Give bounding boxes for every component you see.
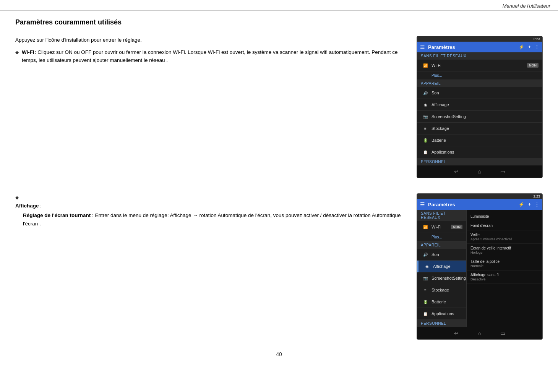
applications-label-1: Applications [431, 150, 539, 154]
screenshot-item-1[interactable]: 📷 ScreenshotSetting [417, 111, 542, 123]
affichage-icon-2: ◉ [424, 263, 430, 269]
section-header-wireless-2: SANS FIL ET RÉSEAUX [417, 210, 466, 221]
plus-link-2[interactable]: Plus... [417, 233, 466, 241]
wifi-row-1[interactable]: 📶 Wi-Fi NON [417, 60, 542, 71]
taille-police-sub: Normale [470, 264, 539, 268]
batterie-item-2[interactable]: 🔋 Batterie [417, 296, 466, 308]
affichage-title: Affichage [15, 203, 39, 209]
title-icons-1: ⚡ + ⋮ [519, 44, 539, 50]
bolt-icon-2: ⚡ [519, 202, 524, 207]
home-icon-2[interactable]: ⌂ [478, 330, 481, 336]
ecran-veille-sub: Horloge [470, 251, 539, 254]
status-bar-1: 2:23 [417, 36, 542, 42]
first-text-column: Appuyez sur l'icône d'installation pour … [15, 36, 405, 178]
stockage-label-2: Stockage [431, 288, 462, 292]
wifi-label-1: Wi-Fi [431, 63, 524, 68]
rotation-text: Réglage de l'écran tournant : Entrer dan… [23, 211, 405, 228]
page-header: Manuel de l'utilisateur [0, 0, 558, 11]
android-screen-2: 2:23 ☰ Paramètres ⚡ + ⋮ [417, 193, 543, 340]
second-layout: ◆ Affichage : Réglage de l'écran tournan… [15, 193, 543, 340]
title-bar-1: ☰ Paramètres ⚡ + ⋮ [417, 42, 542, 52]
batterie-label-2: Batterie [431, 300, 462, 304]
batterie-item-1[interactable]: 🔋 Batterie [417, 134, 542, 146]
affichage-item-1[interactable]: ◉ Affichage [417, 99, 542, 111]
menu-icon-1: ☰ [420, 44, 425, 50]
nav-bar-1: ↩ ⌂ ▭ [417, 165, 542, 178]
son-item-1[interactable]: 🔊 Son [417, 87, 542, 99]
section-header-device-2: APPAREIL [417, 241, 466, 249]
wifi-row-2[interactable]: 📶 Wi-Fi NON [417, 221, 466, 233]
right-panel: Luminosité Fond d'écran Veille Après 5 m… [467, 210, 542, 327]
affichage-sans-fil-label: Affichage sans fil [470, 273, 539, 277]
bolt-icon: ⚡ [519, 44, 524, 50]
status-time-1: 2:23 [533, 37, 540, 41]
applications-icon-2: 📋 [422, 311, 428, 317]
taille-police-item[interactable]: Taille de la police Normale [467, 257, 542, 271]
affichage-label-1: Affichage [431, 102, 539, 107]
rotation-bold: Réglage de l'écran tournant [23, 212, 91, 218]
son-icon-1: 🔊 [422, 90, 428, 96]
affichage-label-2: Affichage [433, 264, 462, 269]
wifi-label-2: Wi-Fi [431, 225, 448, 229]
wifi-label: Wi-Fi: [22, 49, 36, 55]
recents-icon-2[interactable]: ▭ [500, 330, 505, 336]
second-text-column: ◆ Affichage : Réglage de l'écran tournan… [15, 193, 405, 340]
batterie-icon-2: 🔋 [422, 299, 428, 305]
wifi-toggle-1[interactable]: NON [527, 63, 539, 68]
fond-ecran-label: Fond d'écran [470, 224, 539, 228]
split-body: SANS FIL ET RÉSEAUX 📶 Wi-Fi NON Plus... … [417, 210, 542, 327]
affichage-text: Affichage : [15, 202, 405, 210]
luminosite-label: Luminosité [470, 214, 539, 219]
android-screen-1: 2:23 ☰ Paramètres ⚡ + ⋮ SANS FIL ET RÉSE… [417, 36, 543, 178]
stockage-label-1: Stockage [431, 126, 539, 131]
wifi-description: Cliquez sur ON ou OFF pour ouvrir ou fer… [22, 49, 398, 63]
stockage-item-2[interactable]: ≡ Stockage [417, 284, 466, 296]
applications-item-1[interactable]: 📋 Applications [417, 146, 542, 158]
screenshot-label-1: ScreenshotSetting [431, 114, 539, 119]
header-title: Manuel de l'utilisateur [503, 3, 550, 9]
first-screenshot: 2:23 ☰ Paramètres ⚡ + ⋮ SANS FIL ET RÉSE… [417, 36, 543, 178]
home-icon-1[interactable]: ⌂ [478, 168, 481, 175]
back-icon-1[interactable]: ↩ [454, 168, 459, 175]
wifi-icon-2: 📶 [422, 224, 428, 230]
batterie-icon-1: 🔋 [422, 137, 428, 143]
applications-item-2[interactable]: 📋 Applications [417, 308, 466, 320]
back-icon-2[interactable]: ↩ [454, 330, 459, 336]
left-panel: SANS FIL ET RÉSEAUX 📶 Wi-Fi NON Plus... … [417, 210, 467, 327]
title-icons-2: ⚡ + ⋮ [519, 202, 539, 207]
veille-sub: Après 5 minutes d'inactivité [470, 237, 539, 241]
title-bar-2: ☰ Paramètres ⚡ + ⋮ [417, 199, 542, 210]
nav-bar-2: ↩ ⌂ ▭ [417, 327, 542, 339]
recents-icon-1[interactable]: ▭ [500, 168, 505, 175]
batterie-label-1: Batterie [431, 138, 539, 143]
veille-label: Veille [470, 233, 539, 237]
stockage-icon-2: ≡ [422, 287, 428, 293]
stockage-item-1[interactable]: ≡ Stockage [417, 123, 542, 134]
bullet-diamond-2: ◆ [15, 195, 19, 200]
luminosite-item[interactable]: Luminosité [467, 212, 542, 221]
section-title: Paramètres couramment utilisés [15, 18, 543, 28]
applications-icon-1: 📋 [422, 149, 428, 155]
first-layout: Appuyez sur l'icône d'installation pour … [15, 36, 543, 178]
affichage-item-2[interactable]: ◉ Affichage [417, 261, 466, 272]
fond-ecran-item[interactable]: Fond d'écran [467, 221, 542, 230]
page-number: 40 [15, 351, 543, 357]
son-item-2[interactable]: 🔊 Son [417, 249, 466, 261]
overflow-icon-2: ⋮ [535, 202, 539, 207]
son-label-2: Son [431, 252, 462, 257]
wifi-toggle-2[interactable]: NON [451, 225, 462, 229]
bullet-diamond: ◆ [15, 49, 19, 65]
intro-text: Appuyez sur l'icône d'installation pour … [15, 36, 405, 44]
status-time-2: 2:23 [533, 194, 540, 198]
plus-link-1[interactable]: Plus... [417, 71, 542, 80]
page-content: Paramètres couramment utilisés Appuyez s… [0, 11, 558, 373]
veille-item[interactable]: Veille Après 5 minutes d'inactivité [467, 230, 542, 244]
wifi-text: Wi-Fi: Cliquez sur ON ou OFF pour ouvrir… [22, 48, 405, 65]
affichage-icon-1: ◉ [422, 102, 428, 108]
affichage-sans-fil-item[interactable]: Affichage sans fil Désactivé [467, 271, 542, 284]
screenshot-item-2[interactable]: 📷 ScreenshotSetting [417, 272, 466, 284]
affichage-bullet-label: Affichage [15, 203, 40, 209]
overflow-icon: ⋮ [535, 44, 539, 50]
section-header-personnel-2: PERSONNEL [417, 320, 466, 327]
ecran-veille-item[interactable]: Écran de veille interactif Horloge [467, 244, 542, 257]
